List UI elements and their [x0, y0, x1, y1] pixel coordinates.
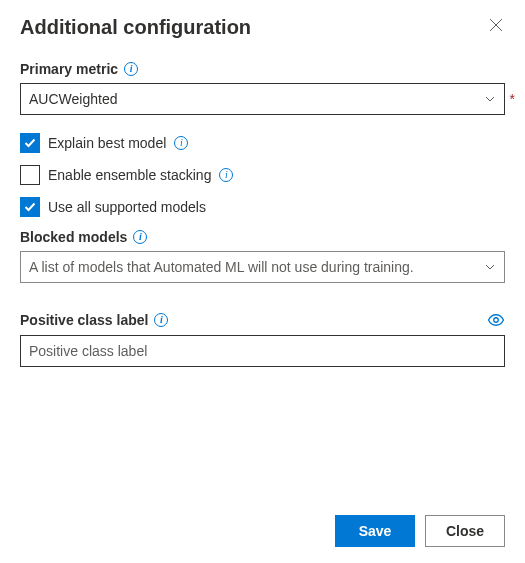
close-button[interactable]: Close — [425, 515, 505, 547]
explain-best-model-checkbox[interactable] — [20, 133, 40, 153]
explain-best-model-label: Explain best model — [48, 135, 166, 151]
blocked-models-label: Blocked models — [20, 229, 127, 245]
required-indicator: * — [510, 91, 515, 107]
primary-metric-value: AUCWeighted — [29, 91, 117, 107]
info-icon[interactable] — [154, 313, 168, 327]
use-all-supported-models-label: Use all supported models — [48, 199, 206, 215]
save-button[interactable]: Save — [335, 515, 415, 547]
eye-icon[interactable] — [487, 311, 505, 329]
primary-metric-select[interactable]: AUCWeighted — [20, 83, 505, 115]
positive-class-label: Positive class label — [20, 312, 148, 328]
blocked-models-select[interactable]: A list of models that Automated ML will … — [20, 251, 505, 283]
close-icon[interactable] — [489, 16, 505, 32]
enable-ensemble-stacking-label: Enable ensemble stacking — [48, 167, 211, 183]
blocked-models-placeholder: A list of models that Automated ML will … — [29, 259, 414, 275]
primary-metric-label: Primary metric — [20, 61, 118, 77]
chevron-down-icon — [484, 261, 496, 273]
positive-class-input[interactable] — [20, 335, 505, 367]
info-icon[interactable] — [124, 62, 138, 76]
use-all-supported-models-checkbox[interactable] — [20, 197, 40, 217]
panel-title: Additional configuration — [20, 16, 251, 39]
info-icon[interactable] — [174, 136, 188, 150]
enable-ensemble-stacking-checkbox[interactable] — [20, 165, 40, 185]
info-icon[interactable] — [133, 230, 147, 244]
chevron-down-icon — [484, 93, 496, 105]
svg-point-2 — [494, 318, 499, 323]
info-icon[interactable] — [219, 168, 233, 182]
